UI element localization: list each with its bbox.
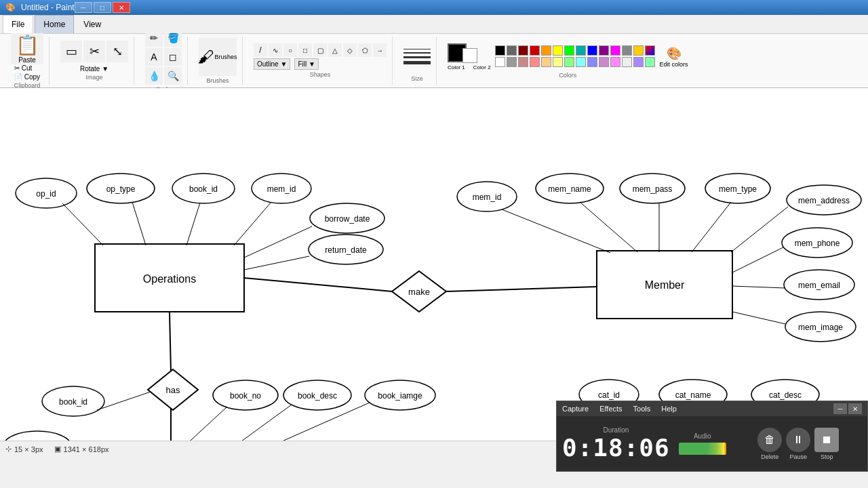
pause-icon[interactable]: ⏸ [786,428,810,452]
color-yellow[interactable] [553,45,563,56]
color-black[interactable] [495,45,505,56]
rec-delete-button[interactable]: 🗑 Delete [757,428,782,460]
color-lightgreen[interactable] [564,57,574,67]
size-1px[interactable] [403,49,431,49]
cut-button[interactable]: ✂ Cut [14,64,40,72]
size-icon: ▣ [54,445,61,453]
color-blue[interactable] [587,45,597,56]
color-orange[interactable] [541,45,551,56]
color-peach[interactable] [541,57,551,67]
svg-text:cat_id: cat_id [598,390,620,400]
rotate-button[interactable]: Rotate ▼ [80,65,108,73]
rec-stop-button[interactable]: ⏹ Stop [814,428,839,460]
titlebar-controls: ─ □ ✕ [75,2,130,13]
color-lime[interactable] [564,45,574,56]
shape-rect[interactable]: □ [298,43,312,57]
rec-pause-button[interactable]: ⏸ Pause [786,428,810,460]
color-mint[interactable] [645,57,655,67]
color-lightgray[interactable] [507,57,517,67]
menu-tab-view[interactable]: View [75,15,109,33]
color-lightyellow[interactable] [553,57,563,67]
edit-colors-button[interactable]: 🎨 Edit colors [660,46,688,68]
color-lightred[interactable] [530,57,540,67]
fill-tool[interactable]: 🪣 [164,29,182,47]
picker-tool[interactable]: 💧 [145,67,163,85]
svg-text:mem_id: mem_id [267,184,296,194]
clipboard-section: 📋 Paste ✂ Cut 📄 Copy Clipboard [5,37,50,85]
svg-text:book_id: book_id [59,397,87,407]
tools-section: ✏ 🪣 A ◻ 💧 🔍 Tools [140,37,188,85]
size-2px[interactable] [403,52,431,54]
close-button[interactable]: ✕ [113,2,130,13]
svg-text:mem_name: mem_name [548,184,591,194]
svg-text:mem_type: mem_type [719,184,757,194]
brushes-button[interactable]: 🖌 Brushes [199,38,237,76]
color-darkred[interactable] [518,45,528,56]
color-red[interactable] [530,45,540,56]
maximize-button[interactable]: □ [94,2,111,13]
pencil-tool[interactable]: ✏ [145,29,163,47]
select-button[interactable]: ▭ [60,41,82,62]
color-teal[interactable] [576,45,586,56]
shape-diamond[interactable]: ◇ [343,43,357,57]
shape-triangle[interactable]: △ [328,43,342,57]
menu-tab-file[interactable]: File [3,15,33,33]
shapes-section: / ∿ ○ □ ▢ △ ◇ ⬠ → Outline ▼ Fill ▼ Shape… [248,37,393,85]
rec-duration-display: Duration 0:18:06 [562,420,670,467]
svg-text:cat_desc: cat_desc [769,390,802,400]
color-gray[interactable] [507,45,517,56]
er-diagram: Operations op_id op_type book_id mem_id … [0,88,868,441]
shape-arrow[interactable]: → [373,43,387,57]
svg-text:mem_pass: mem_pass [633,184,673,194]
color-gold[interactable] [633,45,644,56]
svg-text:Operations: Operations [143,273,196,285]
color-silver[interactable] [622,45,632,56]
magnify-tool[interactable]: 🔍 [164,67,182,85]
rec-tools[interactable]: Tools [633,405,651,413]
fill-dropdown[interactable]: Fill ▼ [294,58,318,70]
color-violet[interactable] [633,57,644,67]
svg-text:Member: Member [645,279,685,291]
color-magenta[interactable] [610,45,620,56]
eraser-tool[interactable]: ◻ [164,48,182,66]
rec-minimize-button[interactable]: ─ [833,403,847,414]
canvas-area[interactable]: Operations op_id op_type book_id mem_id … [0,88,868,441]
size-3px[interactable] [403,56,431,58]
color-cyan[interactable] [576,57,586,67]
resize-button[interactable]: ⤡ [106,41,128,62]
stop-icon[interactable]: ⏹ [814,428,839,452]
crop-button[interactable]: ✂ [83,41,105,62]
color-brown[interactable] [518,57,528,67]
cursor-icon: ⊹ [5,445,12,453]
color-periwinkle[interactable] [587,57,597,67]
rec-capture[interactable]: Capture [562,405,589,413]
size-4px[interactable] [403,61,431,64]
shape-curve[interactable]: ∿ [269,43,282,57]
delete-icon[interactable]: 🗑 [757,428,782,452]
outline-dropdown[interactable]: Outline ▼ [254,58,290,70]
rec-audio-bar [679,443,726,455]
rec-close-button[interactable]: ✕ [848,403,862,414]
shape-pentagon[interactable]: ⬠ [358,43,372,57]
color-white[interactable] [495,57,505,67]
color-purple[interactable] [599,45,609,56]
color-nearwhite[interactable] [622,57,632,67]
color-gradient[interactable] [645,45,655,56]
cursor-position: ⊹ 15 × 3px [5,445,43,453]
color-pink[interactable] [610,57,620,67]
svg-text:mem_email: mem_email [798,281,840,290]
shape-roundrect[interactable]: ▢ [313,43,327,57]
minimize-button[interactable]: ─ [75,2,92,13]
shape-oval[interactable]: ○ [283,43,297,57]
text-tool[interactable]: A [145,48,163,66]
rec-effects[interactable]: Effects [599,405,622,413]
copy-button[interactable]: 📄 Copy [14,73,40,81]
rec-help[interactable]: Help [661,405,677,413]
svg-text:return_date: return_date [325,245,367,255]
color-lavender[interactable] [599,57,609,67]
shape-line[interactable]: / [254,43,267,57]
paste-button[interactable]: 📋 Paste [11,33,43,64]
menu-tab-home[interactable]: Home [35,15,74,33]
titlebar-title: Untitled - Paint [21,3,75,12]
color2-swatch[interactable] [462,48,477,63]
